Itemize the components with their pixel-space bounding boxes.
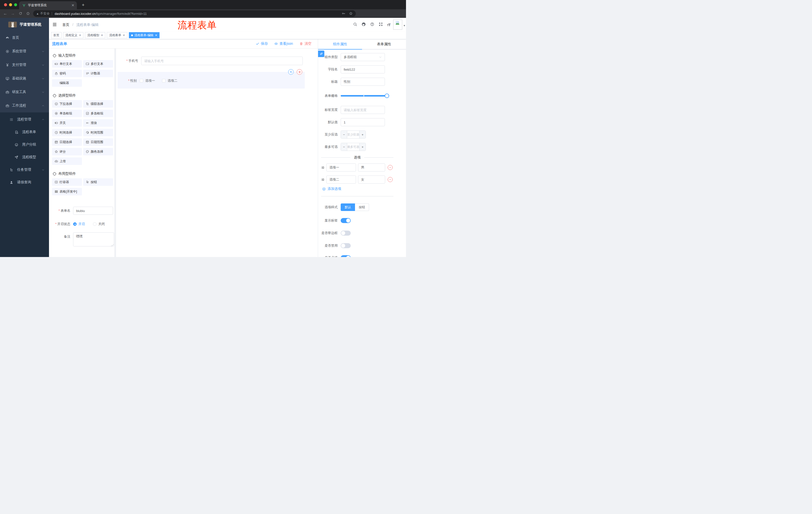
tag-home[interactable]: 首页: [51, 32, 62, 38]
breadcrumb-home[interactable]: 首页: [62, 23, 69, 27]
remove-option-button[interactable]: −: [388, 165, 393, 170]
label-width-input[interactable]: [341, 106, 385, 114]
clear-button[interactable]: 清空: [299, 42, 312, 46]
sidebar-item-devtools[interactable]: 研发工具: [0, 85, 49, 99]
gender-option-1-checkbox[interactable]: 选项一: [140, 78, 155, 83]
form-grid-slider[interactable]: [341, 95, 387, 97]
affix-link-button[interactable]: [318, 51, 324, 57]
sidebar-item-system[interactable]: 系统管理: [0, 45, 49, 58]
forward-button[interactable]: →: [9, 11, 17, 16]
tag-close-icon[interactable]: ✕: [101, 34, 103, 37]
component-button[interactable]: 按钮: [83, 178, 113, 186]
option-2-label-input[interactable]: [326, 175, 356, 184]
tag-close-icon[interactable]: ✕: [155, 34, 157, 37]
tag-close-icon[interactable]: ✕: [79, 34, 81, 37]
phone-input[interactable]: [141, 57, 303, 65]
drag-handle-icon[interactable]: [321, 166, 325, 169]
sidebar-logo[interactable]: 芋道管理系统: [0, 18, 49, 31]
bookmark-star-icon[interactable]: [349, 11, 353, 16]
sidebar-item-workflow[interactable]: 工作流程: [0, 99, 49, 112]
address-bar[interactable]: ▲ 不安全 dashboard.yudao.iocoder.cn/bpm/man…: [33, 10, 356, 17]
form-remark-textarea[interactable]: 嘿嘿: [73, 232, 114, 246]
component-rate[interactable]: 评分: [52, 148, 82, 155]
plus-button[interactable]: +: [359, 131, 366, 138]
component-date-range[interactable]: 日期范围: [83, 138, 113, 146]
tag-process-definition[interactable]: 流程定义✕: [63, 32, 83, 38]
form-canvas[interactable]: *手机号 *性别 选项一 选项二: [116, 49, 318, 257]
status-off-radio[interactable]: 关闭: [93, 222, 105, 226]
tab-close-icon[interactable]: ✕: [71, 3, 75, 7]
tag-process-model[interactable]: 流程模型✕: [85, 32, 105, 38]
component-counter[interactable]: 计数器: [83, 70, 113, 77]
component-slider[interactable]: 滑块: [83, 119, 113, 127]
show-label-toggle[interactable]: [341, 218, 351, 223]
copy-component-button[interactable]: [288, 69, 294, 75]
window-close-button[interactable]: [4, 3, 7, 6]
component-time-range[interactable]: 时间范围: [83, 129, 113, 136]
component-upload[interactable]: 上传: [52, 157, 82, 165]
tag-process-form[interactable]: 流程表单✕: [107, 32, 127, 38]
home-button[interactable]: [24, 11, 32, 16]
style-default-button[interactable]: 默认: [341, 204, 355, 211]
component-time-picker[interactable]: 时间选择: [52, 129, 82, 136]
sidebar-item-process-model[interactable]: 流程模型: [0, 151, 49, 163]
sidebar-item-payment[interactable]: 支付管理: [0, 58, 49, 72]
sidebar-item-process-mgmt[interactable]: 流程管理: [0, 113, 49, 126]
component-color-picker[interactable]: 颜色选择: [83, 148, 113, 155]
window-zoom-button[interactable]: [14, 3, 17, 6]
avatar[interactable]: [393, 20, 402, 30]
option-1-value-input[interactable]: [358, 163, 385, 171]
slider-handle[interactable]: [385, 93, 389, 98]
status-on-radio[interactable]: 开启: [73, 222, 85, 226]
drag-handle-icon[interactable]: [321, 178, 325, 182]
component-radio-group[interactable]: 单选框组: [52, 110, 82, 117]
back-button[interactable]: ←: [1, 11, 9, 16]
canvas-phone-field[interactable]: *手机号: [116, 57, 318, 65]
hamburger-icon[interactable]: [52, 22, 57, 28]
component-date-picker[interactable]: 日期选择: [52, 138, 82, 146]
remove-option-button[interactable]: −: [388, 177, 393, 182]
gender-option-2-checkbox[interactable]: 选项二: [162, 78, 177, 83]
sidebar-item-infra[interactable]: 基础设施: [0, 72, 49, 85]
title-input[interactable]: [341, 78, 385, 86]
component-password[interactable]: 密码: [52, 70, 82, 77]
search-icon[interactable]: [353, 22, 357, 27]
sidebar-item-task-mgmt[interactable]: 任务管理: [0, 163, 49, 176]
browser-tab[interactable]: 芋道管理系统 ✕: [19, 1, 77, 9]
min-select-input[interactable]: [347, 131, 359, 138]
view-json-button[interactable]: 查看json: [274, 42, 293, 46]
minus-button[interactable]: −: [341, 131, 347, 138]
tag-process-form-edit[interactable]: 流程表单-编辑✕: [129, 32, 160, 38]
add-option-button[interactable]: 添加选项: [322, 187, 406, 191]
component-multi-text[interactable]: 多行文本: [83, 60, 113, 67]
component-type-select[interactable]: 多选框组: [341, 53, 385, 61]
component-row-container[interactable]: 行容器: [52, 178, 82, 186]
required-toggle[interactable]: [341, 255, 351, 257]
delete-component-button[interactable]: [297, 69, 302, 75]
password-key-icon[interactable]: [342, 11, 345, 16]
form-name-input[interactable]: [73, 207, 113, 215]
sidebar-item-leave-query[interactable]: 请假查询: [0, 176, 49, 189]
max-select-input[interactable]: [347, 143, 359, 151]
component-table[interactable]: 表格[开发中]: [52, 188, 82, 195]
component-cascader[interactable]: 级联选择: [83, 100, 113, 108]
tab-component-props[interactable]: 组件属性: [318, 39, 362, 49]
option-1-label-input[interactable]: [326, 163, 356, 171]
help-icon[interactable]: [370, 22, 374, 27]
field-name-input[interactable]: [341, 65, 385, 74]
default-value-input[interactable]: [341, 118, 385, 126]
security-label[interactable]: 不安全: [40, 11, 50, 16]
canvas-selected-gender-field[interactable]: *性别 选项一 选项二: [118, 72, 305, 88]
component-single-text[interactable]: 单行文本: [52, 60, 82, 67]
component-editor[interactable]: 编辑器: [52, 79, 82, 87]
reload-button[interactable]: [17, 11, 24, 16]
save-button[interactable]: 保存: [256, 42, 268, 46]
github-icon[interactable]: [361, 22, 366, 27]
option-2-value-input[interactable]: [358, 175, 385, 184]
plus-button[interactable]: +: [359, 143, 366, 151]
avatar-caret-icon[interactable]: ▼: [403, 24, 406, 27]
component-checkbox-group[interactable]: 多选框组: [83, 110, 113, 117]
new-tab-button[interactable]: +: [80, 2, 86, 8]
disabled-toggle[interactable]: [341, 243, 351, 248]
sidebar-item-user-group[interactable]: 用户分组: [0, 138, 49, 151]
